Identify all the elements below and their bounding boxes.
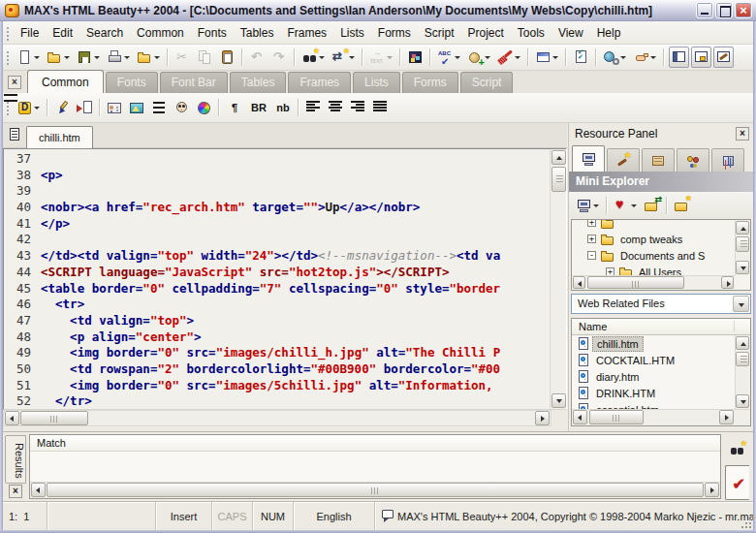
dropdown-arrow-icon[interactable] [153,49,161,65]
computer-tab-button[interactable] [572,145,605,172]
menu-item-frames[interactable]: Frames [280,23,333,43]
tree-item[interactable]: + [572,220,735,231]
menu-item-lists[interactable]: Lists [333,23,371,43]
toolbar-grip[interactable] [5,25,11,41]
checklist-button[interactable] [571,47,591,68]
results-tab[interactable]: Results [5,435,26,484]
scroll-thumb[interactable] [587,276,684,289]
paste-button[interactable] [217,47,237,68]
menu-item-project[interactable]: Project [461,23,511,43]
expand-toggle-icon[interactable]: + [587,235,596,243]
menu-item-tables[interactable]: Tables [234,23,281,43]
code-editor[interactable]: 3738<p>3940<nobr><a href="rec_arch.htm" … [3,148,567,410]
scroll-thumb[interactable] [736,352,749,366]
maximize-button[interactable] [715,2,733,18]
file-list-horizontal-scrollbar[interactable] [572,409,750,425]
results-close-icon[interactable]: × [9,485,22,498]
reopen-folder-button[interactable] [135,47,163,68]
dropdown-arrow-icon[interactable] [619,49,627,65]
dropdown-arrow-icon[interactable] [63,49,71,65]
menu-item-edit[interactable]: Edit [46,23,79,43]
dropdown-arrow-icon[interactable] [318,49,326,65]
resource-panel-close-icon[interactable]: × [736,127,749,141]
dropdown-arrow-icon[interactable] [348,49,356,65]
scroll-up-icon[interactable] [736,336,749,350]
menu-item-view[interactable]: View [551,23,590,43]
scroll-right-icon[interactable] [721,276,734,289]
tree-vertical-scrollbar[interactable] [735,220,750,275]
horizontal-rule-button[interactable] [149,97,170,118]
email-face-button[interactable] [172,97,192,118]
dropdown-arrow-icon[interactable] [514,49,521,65]
open-file-button[interactable] [45,47,73,68]
publish-hand-button[interactable] [631,47,659,68]
file-item[interactable]: diary.htm [572,368,735,385]
document-tab-chilli[interactable]: chilli.htm [26,126,93,148]
menu-item-script[interactable]: Script [418,23,461,43]
folder-sync-button[interactable] [642,195,662,216]
window-form-button[interactable] [533,47,561,68]
scroll-right-icon[interactable] [719,410,734,424]
dropdown-arrow-icon[interactable] [592,198,600,213]
package-tab-button[interactable] [711,148,744,172]
wizard-tab-button[interactable] [607,148,640,172]
file-list-vertical-scrollbar[interactable] [735,335,750,409]
align-left-button[interactable] [303,97,324,118]
dropdown-arrow-icon[interactable] [33,100,41,115]
file-item[interactable]: DRINK.HTM [572,385,735,401]
scroll-tab-button[interactable] [642,148,675,172]
tab-frames[interactable]: Frames [288,72,351,93]
file-item[interactable]: chilli.htm [572,335,735,352]
menu-item-common[interactable]: Common [130,23,191,43]
paragraph-button[interactable]: ¶ [224,97,245,118]
tree-item[interactable]: +All Users [572,264,735,275]
scroll-thumb[interactable] [551,167,566,192]
toolbar-grip[interactable] [5,100,11,115]
spell-check-button[interactable] [435,47,463,68]
dropdown-arrow-icon[interactable] [123,49,131,65]
align-right-button[interactable] [348,97,368,118]
save-button[interactable] [75,47,103,68]
tab-font-bar[interactable]: Font Bar [160,72,228,93]
tab-bar-close-icon[interactable]: × [8,76,21,89]
scroll-left-icon[interactable] [573,276,585,289]
editor-vertical-scrollbar[interactable] [550,149,566,409]
file-list-name-column[interactable]: Name [572,319,750,335]
scroll-thumb[interactable] [20,411,88,425]
find-replace-button[interactable] [330,47,358,68]
new-folder-button[interactable] [672,195,692,216]
menu-item-help[interactable]: Help [590,23,628,43]
scroll-up-icon[interactable] [551,150,566,165]
toolbar-grip[interactable] [5,49,11,65]
new-document-button[interactable] [15,47,43,68]
expand-toggle-icon[interactable]: - [587,251,596,260]
scroll-up-icon[interactable] [736,221,749,235]
tree-item[interactable]: +comp tweaks [572,231,735,247]
close-button[interactable] [735,2,752,18]
doctype-button[interactable] [15,97,43,118]
dropdown-arrow-icon[interactable] [33,49,41,65]
find-button[interactable] [299,47,328,68]
menu-item-tools[interactable]: Tools [511,23,551,43]
dropdown-arrow-icon[interactable] [484,49,491,65]
tree-horizontal-scrollbar[interactable] [572,275,735,290]
insert-file-button[interactable] [75,97,95,118]
code-sweeper-button[interactable] [495,47,523,68]
dropdown-arrow-icon[interactable] [454,49,461,65]
dropdown-arrow-icon[interactable] [551,49,559,65]
toggle-left-panel-button[interactable] [669,47,689,68]
tab-script[interactable]: Script [460,72,514,93]
dropdown-arrow-icon[interactable] [630,198,638,213]
site-upload-button[interactable] [465,47,493,68]
align-center-button[interactable] [326,97,346,118]
tree-item[interactable]: -Documents and S [572,247,735,264]
drive-computer-button[interactable] [574,195,602,216]
align-justify-button[interactable] [370,97,391,118]
scroll-thumb[interactable] [47,483,704,497]
expand-toggle-icon[interactable]: + [606,267,614,275]
editor-horizontal-scrollbar[interactable] [3,410,551,426]
scroll-thumb[interactable] [589,410,644,424]
insert-image-button[interactable] [127,97,147,118]
resize-grip[interactable] [740,517,753,530]
expand-toggle-icon[interactable]: + [587,220,596,227]
